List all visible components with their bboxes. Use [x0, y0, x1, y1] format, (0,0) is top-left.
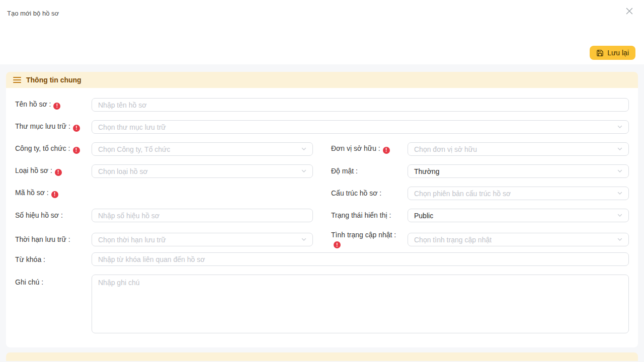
empty-field-area [92, 187, 313, 200]
cong-ty-select[interactable]: Chọn Công ty, Tổ chức [92, 142, 313, 156]
ghi-chu-textarea[interactable] [92, 275, 629, 333]
so-hieu-input[interactable] [92, 209, 313, 222]
do-mat-select[interactable]: Thường [408, 164, 629, 178]
chevron-down-icon [301, 145, 307, 154]
so-hieu-label: Số hiệu hồ sơ : [15, 211, 92, 220]
close-button[interactable] [624, 6, 635, 17]
trang-thai-select[interactable]: Public [408, 209, 629, 222]
form-row: Mã hồ sơ : Cấu trúc hồ sơ : Chọn phiên b… [15, 187, 629, 200]
cau-truc-select[interactable]: Chọn phiên bản cấu trúc hồ sơ [408, 187, 629, 200]
tu-khoa-label: Từ khóa : [15, 255, 92, 264]
tinh-trang-select[interactable]: Chọn tình trạng cập nhật [408, 233, 629, 246]
tu-khoa-input[interactable] [92, 252, 629, 266]
form-row: Thời hạn lưu trữ : Chọn thời hạn lưu trữ… [15, 231, 629, 248]
chevron-down-icon [617, 167, 623, 176]
chevron-down-icon [301, 167, 307, 176]
section-header-general: Thông tin chung [6, 72, 638, 88]
form-row: Công ty, tổ chức : Chọn Công ty, Tổ chức… [15, 142, 629, 156]
hamburger-icon [13, 77, 21, 83]
cau-truc-label: Cấu trúc hồ sơ : [331, 189, 408, 198]
thoi-han-label: Thời hạn lưu trữ : [15, 235, 92, 244]
thu-muc-label: Thư mục lưu trữ : [15, 122, 92, 132]
floppy-disk-icon [596, 49, 604, 57]
ten-ho-so-label: Tên hồ sơ : [15, 100, 92, 110]
ma-ho-so-label: Mã hồ sơ : [15, 189, 92, 198]
required-icon [73, 125, 80, 132]
tinh-trang-label: Tình trạng cập nhật : [331, 231, 408, 248]
ghi-chu-label: Ghi chú : [15, 275, 92, 287]
form-row: Số hiệu hồ sơ : Trạng thái hiển thị : Pu… [15, 209, 629, 222]
modal-header: Tạo mới bộ hồ sơ Lưu lại [0, 0, 644, 64]
required-icon [51, 191, 58, 198]
next-section-header [6, 352, 638, 361]
save-button[interactable]: Lưu lại [590, 46, 635, 60]
required-icon [383, 147, 390, 154]
required-icon [55, 169, 62, 176]
chevron-down-icon [617, 145, 623, 154]
chevron-down-icon [617, 235, 623, 244]
trang-thai-label: Trạng thái hiển thị : [331, 211, 408, 220]
general-info-form: Tên hồ sơ : Thư mục lưu trữ : Chọn thư m… [6, 88, 638, 347]
form-row: Ghi chú : [15, 275, 629, 333]
loai-ho-so-label: Loại hồ sơ : [15, 166, 92, 176]
chevron-down-icon [617, 189, 623, 198]
thu-muc-select[interactable]: Chọn thư mục lưu trữ [92, 120, 629, 134]
chevron-down-icon [617, 123, 623, 132]
save-button-label: Lưu lại [607, 49, 629, 57]
modal-title: Tạo mới bộ hồ sơ [7, 10, 59, 17]
thoi-han-select[interactable]: Chọn thời hạn lưu trữ [92, 233, 313, 246]
chevron-down-icon [617, 211, 623, 220]
required-icon [334, 241, 341, 248]
form-row: Loại hồ sơ : Chọn loại hồ sơ Độ mật : Th… [15, 164, 629, 178]
don-vi-select[interactable]: Chọn đơn vị sở hữu [408, 142, 629, 156]
cong-ty-label: Công ty, tổ chức : [15, 144, 92, 154]
close-icon [624, 6, 634, 18]
required-icon [73, 147, 80, 154]
don-vi-label: Đơn vị sở hữu : [331, 144, 408, 154]
loai-ho-so-select[interactable]: Chọn loại hồ sơ [92, 164, 313, 178]
general-info-card: Thông tin chung Tên hồ sơ : Thư mục lưu … [6, 72, 638, 347]
chevron-down-icon [301, 235, 307, 244]
required-icon [53, 103, 60, 110]
form-row: Từ khóa : [15, 252, 629, 266]
form-row: Thư mục lưu trữ : Chọn thư mục lưu trữ [15, 120, 629, 134]
ten-ho-so-input[interactable] [92, 98, 629, 112]
form-row: Tên hồ sơ : [15, 98, 629, 112]
do-mat-label: Độ mật : [331, 167, 408, 175]
section-title: Thông tin chung [26, 76, 82, 84]
